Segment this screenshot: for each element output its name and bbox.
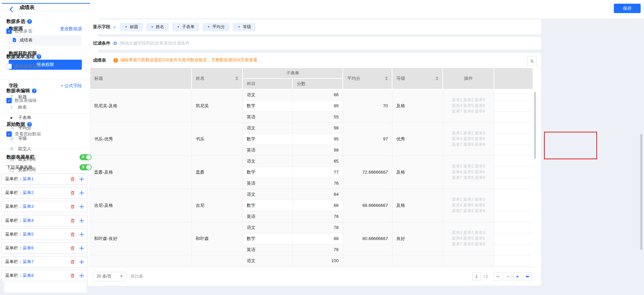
cell-empty: [494, 222, 533, 233]
move-icon[interactable]: [79, 273, 84, 278]
move-icon[interactable]: [79, 204, 84, 209]
last-page-button[interactable]: ▶▶: [523, 272, 532, 281]
checkbox-checked[interactable]: ✓: [6, 28, 12, 34]
gear-icon[interactable]: ⚙: [113, 41, 117, 46]
cell-empty: [494, 89, 533, 100]
table-scrollbar[interactable]: [534, 92, 536, 159]
menu-name-link[interactable]: 菜单1: [22, 176, 34, 182]
table-row[interactable]: 吉尼-及格 吉尼 语文 64 68.66666667 及格 菜单1 菜单2 菜单…: [90, 189, 533, 200]
sort-icon[interactable]: [385, 76, 388, 80]
ops-line[interactable]: 菜单1 菜单2 菜单3: [444, 164, 493, 169]
col-header-grade[interactable]: 等级: [392, 68, 443, 89]
table-row[interactable]: 凯尼吴-及格 凯尼吴 语文 66 70 及格 菜单1 菜单2 菜单3 菜单4 菜…: [90, 89, 533, 100]
col-header-name[interactable]: 姓名: [192, 68, 243, 89]
ops-line[interactable]: 菜单7 菜单8 菜单9: [444, 109, 493, 114]
menubar-item-8[interactable]: 菜单栏：菜单8: [1, 270, 88, 279]
field-tag-subform[interactable]: ▼子表单: [172, 23, 199, 31]
back-icon[interactable]: [8, 6, 15, 13]
ops-line[interactable]: 菜单4 菜单5 菜单6: [444, 202, 493, 208]
table-row[interactable]: 书乐-优秀 书乐 语文 98 97 优秀 菜单1 菜单2 菜单3 菜单4 菜单5…: [90, 122, 533, 133]
ops-line[interactable]: 菜单1 菜单2 菜单3: [444, 97, 493, 103]
help-icon[interactable]: [27, 19, 32, 24]
add-field-button[interactable]: +: [113, 24, 116, 30]
checkbox-checked[interactable]: ✓: [6, 131, 12, 137]
move-icon[interactable]: [79, 259, 84, 264]
table-row-partial[interactable]: 语文 100: [90, 255, 533, 266]
sort-icon[interactable]: [235, 76, 238, 80]
menubar-item-3[interactable]: 菜单栏：菜单3: [1, 201, 88, 212]
menubar-item-1[interactable]: 菜单栏：菜单1: [1, 173, 88, 185]
help-icon[interactable]: [27, 122, 32, 127]
move-icon[interactable]: [79, 246, 84, 251]
sort-icon[interactable]: [436, 76, 438, 80]
help-icon[interactable]: [32, 88, 37, 93]
cell-ops[interactable]: 菜单1 菜单2 菜单3 菜单4 菜单5 菜单6 菜单7 菜单8 菜单9: [443, 189, 494, 222]
field-tag-average[interactable]: ▼平均分: [203, 23, 229, 31]
ops-line[interactable]: 菜单4 菜单5 菜单6: [444, 236, 493, 241]
cell-ops[interactable]: 菜单1 菜单2 菜单3 菜单4 菜单5 菜单6 菜单7 菜单8 菜单9: [443, 156, 494, 189]
ops-line[interactable]: 菜单4 菜单5 菜单6: [444, 136, 493, 142]
move-icon[interactable]: [79, 232, 84, 237]
menubar-item-6[interactable]: 菜单栏：菜单6: [1, 242, 88, 254]
trash-icon[interactable]: [70, 177, 75, 182]
menu-name-link[interactable]: 菜单3: [22, 203, 34, 210]
menu-name-link[interactable]: 菜单7: [22, 259, 34, 265]
table-menubar-toggle[interactable]: 开: [79, 154, 92, 160]
move-icon[interactable]: [79, 190, 84, 195]
menu-name-link[interactable]: 菜单6: [22, 245, 34, 251]
first-page-button[interactable]: ◀◀: [493, 272, 501, 281]
menu-name-link[interactable]: 菜单5: [22, 231, 34, 237]
trash-icon[interactable]: [70, 273, 75, 278]
cell-ops[interactable]: 菜单1 菜单2 菜单3 菜单4 菜单5 菜单6 菜单7 菜单8 菜单9: [443, 89, 494, 122]
menubar-item-5[interactable]: 菜单栏：菜单5: [1, 229, 88, 240]
ops-line[interactable]: 菜单1 菜单2 菜单3: [444, 197, 493, 202]
ops-line[interactable]: 菜单4 菜单5 菜单6: [444, 169, 493, 175]
menu-name-link[interactable]: 菜单2: [22, 190, 34, 196]
next-page-button[interactable]: ▶: [513, 272, 522, 281]
cell-ops[interactable]: 菜单1 菜单2 菜单3 菜单4 菜单5 菜单6 菜单7 菜单8 菜单9: [443, 222, 494, 255]
field-item-submitter[interactable]: 提交人: [9, 143, 82, 154]
table-row[interactable]: 和叶森-良好 和叶森 语文 78 80.66666667 良好 菜单1 菜单2 …: [90, 222, 533, 233]
field-tag-grade[interactable]: ▼等级: [233, 23, 256, 31]
menu-name-link[interactable]: 菜单4: [22, 218, 34, 224]
ops-line[interactable]: 菜单7 菜单8 菜单9: [444, 142, 493, 148]
cell-empty: [494, 244, 533, 255]
ops-line[interactable]: 菜单7 菜单8 菜单9: [444, 241, 493, 247]
trash-icon[interactable]: [70, 232, 75, 237]
col-header-average[interactable]: 平均分: [343, 68, 392, 89]
ops-line[interactable]: 菜单1 菜单2 菜单3: [444, 230, 493, 236]
menubar-item-7[interactable]: 菜单栏：菜单7: [1, 256, 88, 268]
ops-line[interactable]: 菜单4 菜单5 菜单6: [444, 103, 493, 109]
checkbox-unchecked[interactable]: [6, 64, 12, 69]
checkbox-checked[interactable]: ✓: [6, 98, 12, 103]
menubar-item-4[interactable]: 菜单栏：菜单4: [1, 215, 88, 226]
cell-ops[interactable]: 菜单1 菜单2 菜单3 菜单4 菜单5 菜单6 菜单7 菜单8 菜单9: [443, 122, 494, 156]
ops-line[interactable]: 菜单7 菜单8 菜单9: [444, 175, 493, 181]
prev-page-button[interactable]: ◀: [503, 272, 512, 281]
menubar-item-2[interactable]: 菜单栏：菜单2: [1, 187, 88, 198]
ops-line[interactable]: 菜单1 菜单2 菜单3: [444, 130, 493, 136]
save-button[interactable]: 保存: [614, 4, 641, 13]
field-tag-name[interactable]: ▼姓名: [146, 23, 169, 31]
move-icon[interactable]: [79, 218, 84, 223]
trash-icon[interactable]: [70, 259, 75, 264]
trash-icon[interactable]: [70, 218, 75, 223]
dropdown-style-toggle[interactable]: 开: [79, 164, 92, 170]
page-number-input[interactable]: 1: [472, 272, 481, 281]
check-icon: ✓: [7, 132, 10, 136]
panel-scrollbar[interactable]: [640, 134, 642, 250]
field-tag-title[interactable]: ▼标题: [120, 23, 143, 31]
trash-icon[interactable]: [70, 190, 75, 195]
filter-dropzone[interactable]: 拖动左侧字段到此处来添加过滤条件: [120, 40, 190, 46]
ops-line[interactable]: 菜单7 菜单8 菜单9: [444, 208, 493, 214]
table-row[interactable]: 盖聂-及格 盖聂 语文 65 72.66666667 及格 菜单1 菜单2 菜单…: [90, 156, 533, 167]
trash-icon[interactable]: [70, 204, 75, 209]
trash-icon[interactable]: [70, 246, 75, 251]
col-header-title: 标题: [90, 68, 192, 89]
datasource-item[interactable]: 成绩表: [9, 35, 82, 45]
page-size-select[interactable]: 20 条/页: [93, 272, 126, 281]
help-icon[interactable]: [37, 54, 41, 59]
sort-order-button[interactable]: ⇅: [527, 56, 537, 66]
menu-name-link[interactable]: 菜单8: [22, 273, 34, 279]
move-icon[interactable]: [79, 177, 84, 182]
